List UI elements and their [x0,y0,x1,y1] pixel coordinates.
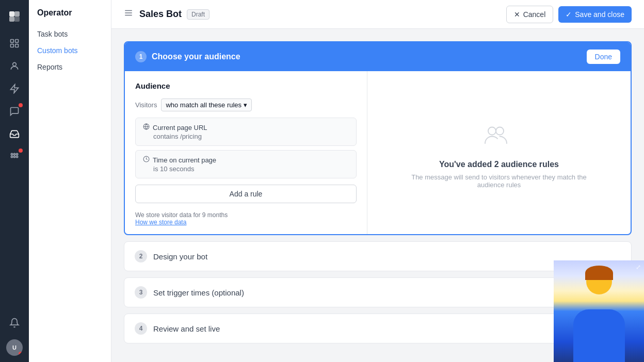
svg-point-13 [11,156,12,157]
sidebar: U [0,0,29,362]
svg-point-15 [16,156,18,157]
storage-link[interactable]: How we store data [135,219,186,226]
save-close-button[interactable]: ✓ Save and close [558,6,632,23]
rule1-title: Current page URL [153,124,207,131]
svg-point-11 [13,153,15,155]
section2-title: Design your bot [153,252,207,261]
svg-rect-5 [15,40,19,43]
svg-point-23 [496,127,504,135]
svg-rect-7 [15,44,19,47]
draft-badge: Draft [187,9,210,20]
svg-rect-4 [11,40,14,43]
chat-badge [19,103,23,107]
step1-circle: 1 [135,51,147,62]
rule1-detail: contains /pricing [143,133,349,140]
sidebar-item-task-bots[interactable]: Task bots [29,26,111,42]
visitors-row: Visitors who match all these rules ▾ [135,98,357,111]
section4-title: Review and set live [153,324,220,333]
svg-point-22 [488,127,496,135]
audience-label: Audience [135,81,357,90]
step2-circle: 2 [135,250,147,262]
top-bar: Sales Bot Draft ✕ Cancel ✓ Save and clos… [111,0,644,29]
left-panel: Operator Task bots Custom bots Reports [29,0,111,362]
link-icon [143,123,150,131]
hamburger-icon[interactable] [124,8,133,20]
audience-added-title: You've added 2 audience rules [439,160,559,169]
svg-rect-6 [11,44,14,47]
rule-card-time: Time on current page is 10 seconds [135,150,357,178]
svg-rect-3 [14,17,20,22]
close-icon: ✕ [514,10,520,19]
sidebar-item-reports[interactable]: Reports [29,59,111,75]
svg-marker-9 [11,85,19,93]
svg-rect-0 [9,11,14,17]
svg-rect-1 [14,11,20,17]
checkmark-icon: ✓ [566,10,572,19]
storage-note: We store visitor data for 9 months How w… [135,211,357,226]
step4-circle: 4 [135,322,147,335]
video-placeholder: ⤢ [554,260,644,362]
audience-right: You've added 2 audience rules The messag… [367,71,631,235]
bell-icon[interactable] [4,312,25,333]
match-dropdown[interactable]: who match all these rules ▾ [161,98,252,111]
svg-point-8 [13,62,17,66]
svg-point-12 [16,153,18,155]
contacts-icon[interactable] [4,56,25,76]
visitors-label: Visitors [135,101,157,109]
user-avatar[interactable]: U [6,339,23,356]
section3-title: Set trigger times (optional) [153,288,244,297]
add-rule-button[interactable]: Add a rule [135,185,357,203]
audience-left: Audience Visitors who match all these ru… [125,71,367,235]
step3-circle: 3 [135,286,147,299]
audience-icon-group [484,119,514,152]
grid-badge [19,149,23,153]
section1-body: Audience Visitors who match all these ru… [125,71,631,235]
rule2-detail: is 10 seconds [143,165,349,173]
done-button[interactable]: Done [587,50,620,64]
operator-title: Operator [29,8,111,26]
video-overlay: ⤢ [554,260,644,362]
svg-rect-2 [9,17,14,22]
section-choose-audience: 1 Choose your audience Done Audience Vis… [124,41,632,235]
rule2-title: Time on current page [153,156,216,164]
audience-added-subtitle: The message will send to visitors whenev… [411,173,587,189]
inbox-icon[interactable] [4,124,25,144]
chat-icon[interactable] [4,101,25,122]
sidebar-item-custom-bots[interactable]: Custom bots [29,42,111,59]
section1-header: 1 Choose your audience Done [125,42,631,71]
clock-icon [143,156,150,164]
bot-name: Sales Bot [139,9,182,20]
chevron-down-icon: ▾ [244,101,247,109]
svg-point-14 [13,156,15,157]
section1-title: Choose your audience [152,52,240,61]
cancel-button[interactable]: ✕ Cancel [506,6,554,23]
svg-point-10 [11,153,12,155]
avatar-badge [19,352,23,356]
expand-icon[interactable]: ⤢ [636,264,641,271]
lightning-icon[interactable] [4,78,25,99]
rule-card-url: Current page URL contains /pricing [135,118,357,146]
logo-icon[interactable] [4,6,25,27]
grid-icon[interactable] [4,146,25,167]
top-bar-actions: ✕ Cancel ✓ Save and close [506,6,632,23]
home-icon[interactable] [4,33,25,54]
